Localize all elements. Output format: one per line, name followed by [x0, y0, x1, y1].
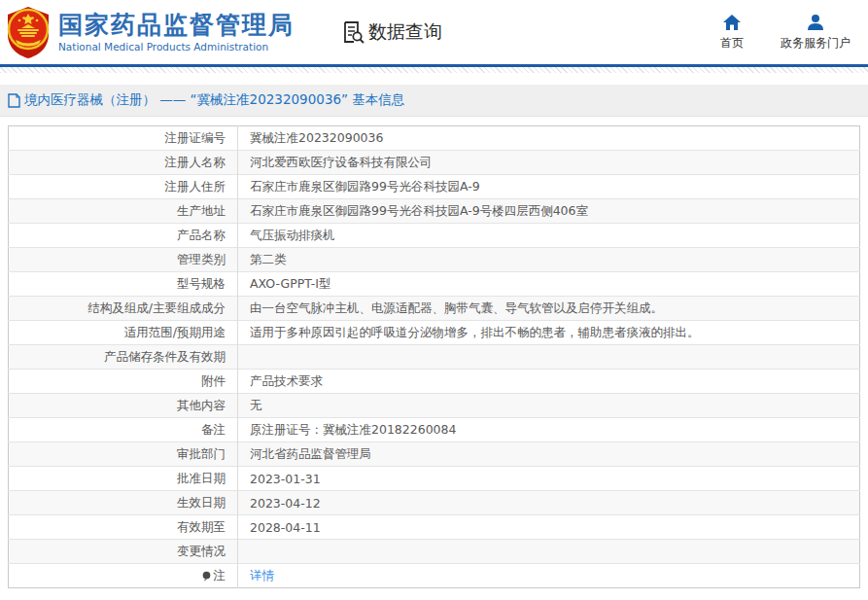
document-icon [8, 93, 20, 108]
row-value [238, 540, 860, 564]
table-row: 备注原注册证号：冀械注准20182260084 [9, 418, 860, 442]
row-label: 注册人住所 [9, 175, 238, 199]
table-row: 变更情况 [9, 540, 860, 564]
breadcrumb: 境内医疗器械（注册） —— “冀械注准20232090036” 基本信息 [0, 85, 868, 117]
row-label: 注册人名称 [9, 151, 238, 175]
row-value: 第二类 [238, 248, 860, 272]
table-row: 结构及组成/主要组成成分由一台空气脉冲主机、电源适配器、胸带气囊、导气软管以及启… [9, 297, 860, 321]
document-search-icon [341, 20, 365, 44]
row-value: 适用于多种原因引起的呼吸道分泌物增多，排出不畅的患者，辅助患者痰液的排出。 [238, 321, 860, 345]
row-label: 管理类别 [9, 248, 238, 272]
row-label: 生产地址 [9, 199, 238, 224]
row-label: 型号规格 [9, 272, 238, 297]
row-value: 原注册证号：冀械注准20182260084 [238, 418, 860, 442]
detail-link[interactable]: 详情 [250, 568, 274, 582]
registration-info-table: 注册证编号冀械注准20232090036注册人名称河北爱西欧医疗设备科技有限公司… [8, 125, 860, 588]
row-value: 河北省药品监督管理局 [238, 442, 860, 467]
row-label: 生效日期 [9, 491, 238, 515]
table-row: 其他内容无 [9, 394, 860, 418]
table-row: 适用范围/预期用途适用于多种原因引起的呼吸道分泌物增多，排出不畅的患者，辅助患者… [9, 321, 860, 345]
row-label: 注 [9, 564, 238, 588]
table-row: 注册人名称河北爱西欧医疗设备科技有限公司 [9, 151, 860, 175]
table-row: 审批部门河北省药品监督管理局 [9, 442, 860, 467]
row-value: 2028-04-11 [238, 515, 860, 540]
row-label: 产品储存条件及有效期 [9, 345, 238, 370]
nav-portal-label: 政务服务门户 [781, 35, 851, 52]
nav-portal[interactable]: 政务服务门户 [781, 13, 851, 52]
table-row: 型号规格AXO-GPPT-Ⅰ型 [9, 272, 860, 297]
row-label: 注册证编号 [9, 126, 238, 151]
data-query-label: 数据查询 [368, 19, 442, 45]
row-label: 有效期至 [9, 515, 238, 540]
row-label: 变更情况 [9, 540, 238, 564]
note-icon [201, 571, 212, 582]
row-value: 无 [238, 394, 860, 418]
info-table-body: 注册证编号冀械注准20232090036注册人名称河北爱西欧医疗设备科技有限公司… [9, 126, 860, 588]
nav-home[interactable]: 首页 [720, 13, 744, 52]
user-icon [806, 13, 825, 32]
table-row: 产品名称气压振动排痰机 [9, 224, 860, 248]
row-label: 适用范围/预期用途 [9, 321, 238, 345]
site-title-en: National Medical Products Administration [58, 41, 295, 53]
row-value: 河北爱西欧医疗设备科技有限公司 [238, 151, 860, 175]
data-query-nav[interactable]: 数据查询 [341, 19, 442, 45]
nav-home-label: 首页 [720, 35, 744, 52]
table-row: 注册人住所石家庄市鹿泉区御园路99号光谷科技园A-9 [9, 175, 860, 199]
table-row: 管理类别第二类 [9, 248, 860, 272]
site-title-cn: 国家药品监督管理局 [58, 12, 295, 40]
national-emblem-logo [6, 5, 51, 59]
row-value: 气压振动排痰机 [238, 224, 860, 248]
table-row: 生效日期2023-04-12 [9, 491, 860, 515]
row-value: 产品技术要求 [238, 370, 860, 394]
header: 国家药品监督管理局 National Medical Products Admi… [0, 0, 868, 64]
home-icon [722, 13, 742, 32]
table-row: 批准日期2023-01-31 [9, 467, 860, 491]
row-label: 结构及组成/主要组成成分 [9, 297, 238, 321]
row-value: 冀械注准20232090036 [238, 126, 860, 151]
row-value: 石家庄市鹿泉区御园路99号光谷科技园A-9 [238, 175, 860, 199]
table-row: 产品储存条件及有效期 [9, 345, 860, 370]
row-label: 备注 [9, 418, 238, 442]
row-value [238, 345, 860, 370]
breadcrumb-text: 境内医疗器械（注册） —— “冀械注准20232090036” 基本信息 [24, 91, 404, 109]
row-label: 附件 [9, 370, 238, 394]
row-label: 批准日期 [9, 467, 238, 491]
row-value: AXO-GPPT-Ⅰ型 [238, 272, 860, 297]
row-value: 石家庄市鹿泉区御园路99号光谷科技园A-9号楼四层西侧406室 [238, 199, 860, 224]
table-row: 注详情 [9, 564, 860, 588]
row-value: 2023-01-31 [238, 467, 860, 491]
row-value: 由一台空气脉冲主机、电源适配器、胸带气囊、导气软管以及启停开关组成。 [238, 297, 860, 321]
site-title: 国家药品监督管理局 National Medical Products Admi… [58, 12, 295, 53]
row-value: 2023-04-12 [238, 491, 860, 515]
table-row: 附件产品技术要求 [9, 370, 860, 394]
row-label: 产品名称 [9, 224, 238, 248]
table-row: 生产地址石家庄市鹿泉区御园路99号光谷科技园A-9号楼四层西侧406室 [9, 199, 860, 224]
row-label: 其他内容 [9, 394, 238, 418]
row-value: 详情 [238, 564, 860, 588]
row-label: 审批部门 [9, 442, 238, 467]
hatch-stripe [0, 67, 868, 73]
table-row: 注册证编号冀械注准20232090036 [9, 126, 860, 151]
table-row: 有效期至2028-04-11 [9, 515, 860, 540]
